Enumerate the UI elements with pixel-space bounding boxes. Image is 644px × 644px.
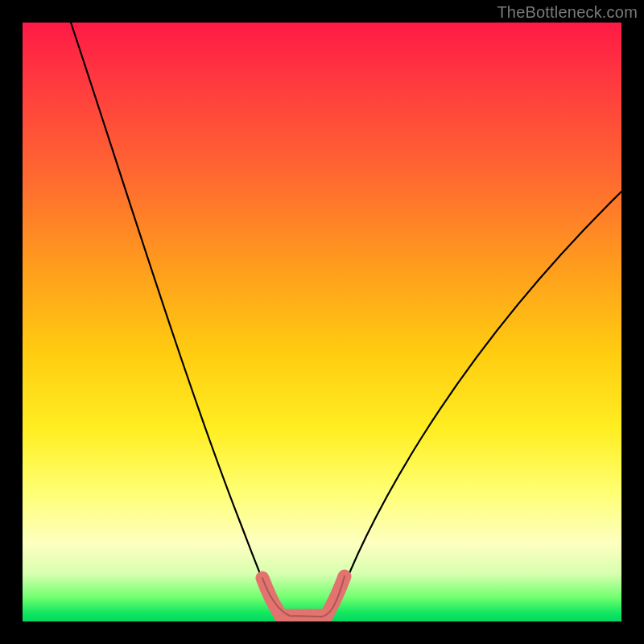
plot-area (23, 23, 621, 621)
chart-frame: TheBottleneck.com (0, 0, 644, 644)
bottleneck-curve (71, 23, 621, 617)
highlight-right (328, 576, 345, 612)
watermark-text: TheBottleneck.com (497, 3, 638, 22)
bottleneck-curve-svg (23, 23, 621, 621)
